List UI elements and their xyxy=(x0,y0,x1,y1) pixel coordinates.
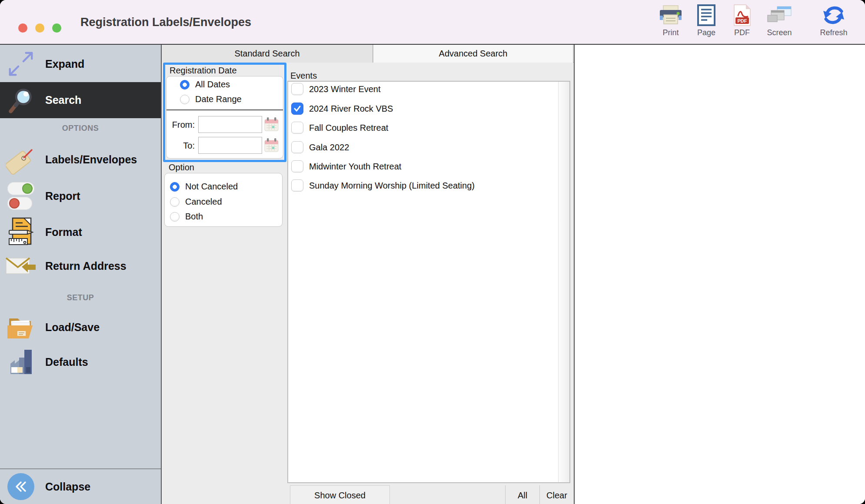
sidebar-item-label: Load/Save xyxy=(45,321,100,334)
printer-icon xyxy=(659,4,683,26)
minimize-window-button[interactable] xyxy=(35,23,44,33)
page-button[interactable]: Page xyxy=(691,4,722,37)
event-row[interactable]: 2023 Winter Event xyxy=(288,81,381,99)
radio-label: Both xyxy=(185,212,203,222)
factory-chart-icon xyxy=(5,348,37,376)
event-row[interactable]: Midwinter Youth Retreat xyxy=(288,157,401,176)
radio-all-dates[interactable]: All Dates xyxy=(180,80,230,90)
pdf-button[interactable]: PDF PDF xyxy=(727,4,757,37)
show-closed-button[interactable]: Show Closed xyxy=(290,485,390,504)
to-date-input[interactable] xyxy=(198,137,262,154)
folder-icon xyxy=(5,313,37,341)
to-calendar-button[interactable] xyxy=(264,138,279,153)
sidebar-item-format[interactable]: Format xyxy=(0,215,161,249)
checkbox[interactable] xyxy=(291,179,303,192)
registration-date-box: All Dates Date Range From: xyxy=(166,76,283,159)
radio-button[interactable] xyxy=(170,182,180,192)
radio-canceled[interactable]: Canceled xyxy=(170,197,222,207)
print-button[interactable]: Print xyxy=(655,4,686,37)
registration-date-group: Registration Date All Dates Date Range F… xyxy=(163,63,286,162)
event-row[interactable]: 2024 River Rock VBS xyxy=(288,99,393,118)
option-title: Option xyxy=(169,162,194,172)
sidebar-item-search[interactable]: Search xyxy=(0,82,161,118)
event-row[interactable]: Sunday Morning Worship (Limited Seating) xyxy=(288,176,475,195)
checkbox[interactable] xyxy=(291,83,303,95)
event-row[interactable]: Fall Couples Retreat xyxy=(288,118,388,137)
collapse-icon xyxy=(5,473,37,500)
sidebar-item-collapse[interactable]: Collapse xyxy=(0,469,161,504)
checkbox[interactable] xyxy=(291,160,303,172)
zoom-window-button[interactable] xyxy=(52,23,61,33)
search-icon xyxy=(5,86,37,115)
sidebar-item-label: Return Address xyxy=(45,260,126,272)
clear-selection-button[interactable]: Clear xyxy=(539,485,574,504)
title-bar: Registration Labels/Envelopes Print xyxy=(0,0,865,45)
refresh-icon xyxy=(822,4,845,26)
tab-advanced-search[interactable]: Advanced Search xyxy=(373,45,573,63)
sidebar-section-options: OPTIONS xyxy=(0,124,161,133)
from-calendar-button[interactable] xyxy=(264,117,279,132)
pdf-button-label: PDF xyxy=(734,28,750,37)
radio-date-range[interactable]: Date Range xyxy=(180,94,242,104)
event-label: Midwinter Youth Retreat xyxy=(309,162,401,172)
sidebar-item-labels-envelopes[interactable]: Labels/Envelopes xyxy=(0,142,161,177)
event-label: 2024 River Rock VBS xyxy=(309,104,393,114)
all-clear-group: All Clear xyxy=(505,485,574,504)
from-label: From: xyxy=(169,120,195,130)
sidebar-item-expand[interactable]: Expand xyxy=(0,46,161,81)
format-document-icon xyxy=(5,217,37,247)
sidebar-item-label: Expand xyxy=(45,58,84,70)
radio-label: Not Canceled xyxy=(185,182,238,192)
event-label: Sunday Morning Worship (Limited Seating) xyxy=(309,181,475,191)
radio-label: All Dates xyxy=(195,80,230,90)
refresh-button[interactable]: Refresh xyxy=(815,4,852,37)
screen-icon xyxy=(767,4,792,26)
tab-bar: Standard Search Advanced Search xyxy=(162,45,574,63)
sidebar-item-label: Labels/Envelopes xyxy=(45,153,137,166)
sidebar-item-return-address[interactable]: Return Address xyxy=(0,249,161,283)
event-label: Fall Couples Retreat xyxy=(309,123,388,133)
page-icon xyxy=(697,4,715,26)
radio-both[interactable]: Both xyxy=(170,212,203,222)
from-date-input[interactable] xyxy=(198,116,262,133)
radio-button[interactable] xyxy=(180,95,190,104)
radio-label: Canceled xyxy=(185,197,222,207)
sidebar-item-label: Search xyxy=(45,94,81,106)
radio-button[interactable] xyxy=(170,197,180,207)
radio-button[interactable] xyxy=(180,80,190,90)
sidebar-item-label: Format xyxy=(45,226,82,239)
refresh-button-label: Refresh xyxy=(820,28,847,37)
events-list: 2023 Winter Event 2024 River Rock VBS Fa… xyxy=(287,81,570,483)
sidebar-item-load-save[interactable]: Load/Save xyxy=(0,310,161,345)
event-row[interactable]: Gala 2022 xyxy=(288,138,349,157)
toggles-icon xyxy=(5,182,37,210)
radio-button[interactable] xyxy=(170,212,180,222)
events-title: Events xyxy=(290,71,317,81)
to-label: To: xyxy=(169,141,195,151)
print-button-label: Print xyxy=(662,28,679,37)
events-scrollbar[interactable] xyxy=(558,82,569,482)
checkbox[interactable] xyxy=(291,103,303,115)
event-label: 2023 Winter Event xyxy=(309,84,381,94)
close-window-button[interactable] xyxy=(18,23,27,33)
sidebar-item-defaults[interactable]: Defaults xyxy=(0,345,161,379)
sidebar: Expand Search OPTIONS xyxy=(0,45,162,504)
pdf-icon: PDF xyxy=(732,4,752,26)
radio-not-canceled[interactable]: Not Canceled xyxy=(170,182,238,192)
screen-button[interactable]: Screen xyxy=(762,4,796,37)
svg-text:PDF: PDF xyxy=(738,18,747,23)
select-all-button[interactable]: All xyxy=(506,485,539,504)
expand-icon xyxy=(5,50,37,78)
sidebar-item-label: Collapse xyxy=(45,481,90,493)
window-title: Registration Labels/Envelopes xyxy=(80,0,251,45)
tab-standard-search[interactable]: Standard Search xyxy=(162,45,373,63)
screen-button-label: Screen xyxy=(767,28,792,37)
sidebar-item-label: Defaults xyxy=(45,356,88,368)
app-window: Registration Labels/Envelopes Print xyxy=(0,0,865,504)
checkbox[interactable] xyxy=(291,141,303,153)
sidebar-item-report[interactable]: Report xyxy=(0,179,161,213)
page-button-label: Page xyxy=(697,28,715,37)
checkbox[interactable] xyxy=(291,122,303,134)
event-label: Gala 2022 xyxy=(309,143,349,153)
tag-icon xyxy=(5,143,37,176)
